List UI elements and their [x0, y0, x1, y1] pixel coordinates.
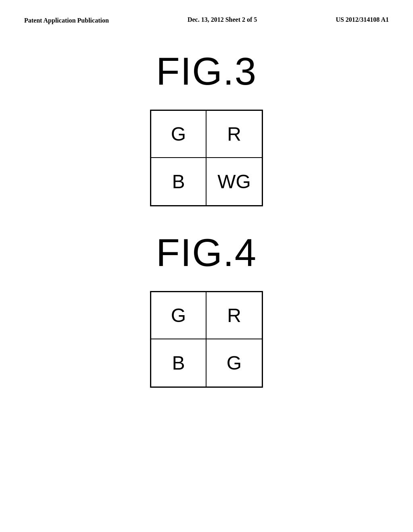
figure-3-title: FIG.3 — [156, 49, 257, 94]
fig4-cell-g2: G — [206, 339, 262, 387]
figure-3-grid: G R B WG — [150, 110, 263, 206]
page-header: Patent Application Publication Dec. 13, … — [0, 0, 413, 33]
page-content: FIG.3 G R B WG FIG.4 G R B G — [0, 33, 413, 412]
patent-number-label: US 2012/314108 A1 — [336, 16, 389, 23]
date-sheet-label: Dec. 13, 2012 Sheet 2 of 5 — [188, 16, 257, 23]
fig3-cell-r: R — [206, 111, 262, 158]
fig3-cell-b: B — [151, 158, 206, 205]
figure-4-title: FIG.4 — [156, 231, 257, 275]
fig3-cell-g: G — [151, 111, 206, 158]
figure-4-grid: G R B G — [150, 291, 263, 388]
fig4-cell-b: B — [151, 339, 206, 387]
header-left: Patent Application Publication — [24, 16, 109, 25]
fig4-cell-g1: G — [151, 292, 206, 339]
publication-label: Patent Application Publication — [24, 17, 109, 24]
header-right: US 2012/314108 A1 — [336, 16, 389, 23]
fig3-cell-wg: WG — [206, 158, 262, 205]
header-center: Dec. 13, 2012 Sheet 2 of 5 — [188, 16, 257, 23]
fig4-cell-r: R — [206, 292, 262, 339]
